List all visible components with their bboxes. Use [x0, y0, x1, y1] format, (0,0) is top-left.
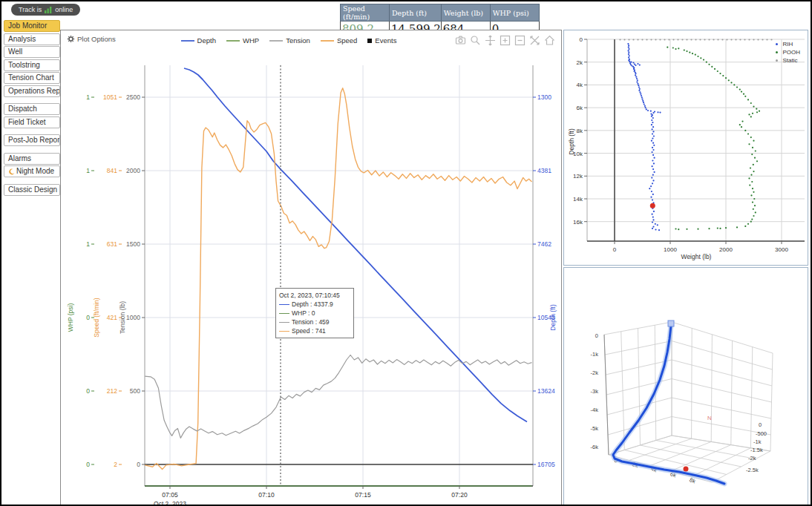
- tooltip-swatch: [279, 331, 289, 332]
- sidebar-item-label: Post-Job Report: [8, 135, 60, 145]
- stat-header: Weight (lb): [441, 4, 490, 22]
- tick-label: 1000: [126, 314, 140, 321]
- sidebar-item-night-mode[interactable]: Night Mode: [4, 165, 60, 177]
- trajectory-3d-chart[interactable]: 0-1k-2k-3k-4k-5k-6k02k4k6k8k0-500-1k-1.5…: [564, 268, 808, 506]
- tick-label: 1: [86, 167, 90, 174]
- tick-label: 1300: [537, 93, 551, 101]
- tick-label: 6k: [577, 105, 583, 111]
- tick-label: -2.5k: [746, 467, 759, 473]
- legend-label: RIH: [782, 41, 793, 47]
- tick-label: 4k: [577, 82, 583, 88]
- tick-label: 0: [86, 387, 90, 395]
- sidebar-item-well[interactable]: Well: [4, 46, 60, 58]
- sidebar-item-label: Toolstring: [8, 60, 40, 70]
- tooltip-row: WHP : 0: [279, 309, 350, 318]
- tick-label: -1.5k: [750, 447, 763, 453]
- legend-dot: [776, 59, 779, 62]
- legend-dot: [776, 51, 779, 54]
- sidebar-item-analysis[interactable]: Analysis: [4, 33, 60, 45]
- tooltip-row: Depth : 4337.9: [279, 300, 350, 309]
- scatter-legend-rih[interactable]: RIH: [776, 41, 800, 47]
- stat-header: Depth (ft): [390, 4, 442, 22]
- track-label-after: online: [55, 6, 73, 13]
- scatter-ylabel: Depth (ft): [568, 128, 575, 155]
- tick-label: 7462: [537, 240, 551, 248]
- sidebar-item-dispatch[interactable]: Dispatch: [4, 103, 60, 115]
- tick-label: 631: [107, 240, 117, 248]
- sidebar-item-post-job-report[interactable]: Post-Job Report: [4, 134, 60, 146]
- tick-label: 841: [107, 167, 117, 174]
- scatter-legend: RIHPOOHStatic: [776, 41, 800, 64]
- current-position-marker: [684, 467, 689, 472]
- tick-label: 1051: [103, 93, 117, 101]
- tick-label: 3000: [775, 246, 788, 253]
- weight-depth-chart[interactable]: 010002000300002k4k6k8k10k12k14k16kWeight…: [564, 30, 808, 265]
- series-speed: [145, 88, 531, 470]
- weight-depth-panel: 010002000300002k4k6k8k10k12k14k16kWeight…: [563, 30, 808, 266]
- tick-label: 2k: [577, 59, 583, 66]
- tick-label: 07:15: [355, 491, 371, 499]
- sidebar-item-operations-report[interactable]: Operations Report: [4, 85, 60, 97]
- trajectory-start-marker: [668, 321, 674, 326]
- tick-label: -4k: [591, 407, 599, 413]
- sidebar-item-label: Night Mode: [16, 166, 54, 177]
- north-annotation: N: [707, 415, 712, 421]
- tooltip-title: Oct 2, 2023, 07:10:45: [279, 291, 350, 300]
- tick-label: 0: [86, 314, 90, 321]
- tick-label: -1k: [753, 438, 762, 445]
- sidebar-item-field-ticket[interactable]: Field Ticket: [4, 116, 60, 128]
- tick-label: 16k: [573, 219, 583, 226]
- tick-label: -500: [756, 430, 767, 437]
- grid-wall: [604, 322, 672, 455]
- sidebar-group-gap: [4, 148, 60, 153]
- tick-label: 12k: [573, 173, 583, 180]
- track-label-before: Track is: [19, 6, 42, 13]
- scatter-series-rih: [627, 43, 661, 231]
- sidebar-item-alarms[interactable]: Alarms: [4, 153, 60, 165]
- tick-label: 1000: [664, 246, 677, 253]
- axis-title: Depth (ft): [549, 304, 557, 331]
- app-window: Track is online Speed (ft/min)Depth (ft)…: [0, 0, 812, 506]
- tooltip-swatch: [279, 304, 289, 305]
- axis-title: WHP (psi): [67, 303, 74, 332]
- sidebar-item-classic-design[interactable]: Classic Design: [4, 184, 60, 196]
- tick-label: -2k: [591, 369, 599, 376]
- tick-label: 07:05: [162, 491, 178, 499]
- stat-header: Speed (ft/min): [341, 4, 390, 22]
- track-status-button[interactable]: Track is online: [11, 4, 80, 16]
- axis-title: Speed (ft/min): [93, 298, 100, 338]
- tooltip-value: Depth : 4337.9: [292, 300, 333, 309]
- time-series-panel: Plot Options DepthWHPTensionSpeedEvents …: [60, 30, 562, 506]
- scatter-legend-static[interactable]: Static: [776, 57, 800, 64]
- tooltip-row: Speed : 741: [279, 326, 350, 335]
- sidebar-item-label: Operations Report: [8, 86, 60, 96]
- legend-dot: [776, 43, 779, 46]
- tick-label: 0: [580, 36, 583, 43]
- time-series-chart[interactable]: 1105125001300184120004381163115007462042…: [61, 30, 563, 506]
- sidebar-item-label: Tension Chart: [8, 73, 54, 83]
- tick-label: 0: [595, 332, 598, 339]
- tick-label: 212: [107, 387, 117, 395]
- tick-label: -3k: [591, 388, 599, 395]
- scatter-legend-pooh[interactable]: POOH: [776, 49, 800, 56]
- tick-label: 16705: [537, 461, 555, 468]
- hover-tooltip: Oct 2, 2023, 07:10:45 Depth : 4337.9WHP …: [275, 288, 354, 338]
- tick-label: 0: [137, 461, 140, 468]
- sidebar-item-toolstring[interactable]: Toolstring: [4, 59, 60, 71]
- sidebar-item-tension-chart[interactable]: Tension Chart: [4, 72, 60, 84]
- sidebar-group-gap: [4, 129, 60, 134]
- tick-label: 2500: [126, 93, 140, 101]
- scatter-series-current: [650, 203, 655, 208]
- tick-label: 4381: [537, 167, 551, 174]
- tick-label: -2k: [748, 455, 756, 461]
- sidebar-item-job-monitor[interactable]: Job Monitor: [4, 20, 60, 32]
- scatter-xlabel: Weight (lb): [681, 253, 712, 260]
- scatter-series-static: [619, 39, 772, 40]
- series-tension: [145, 355, 531, 438]
- tick-label: 1500: [126, 240, 140, 248]
- sidebar-item-label: Classic Design: [8, 185, 57, 195]
- tick-label: 07:10: [258, 491, 275, 499]
- sidebar-item-label: Job Monitor: [8, 21, 47, 31]
- sidebar-group-gap: [4, 98, 60, 103]
- sidebar-nav: Job MonitorAnalysisWellToolstringTension…: [4, 20, 60, 197]
